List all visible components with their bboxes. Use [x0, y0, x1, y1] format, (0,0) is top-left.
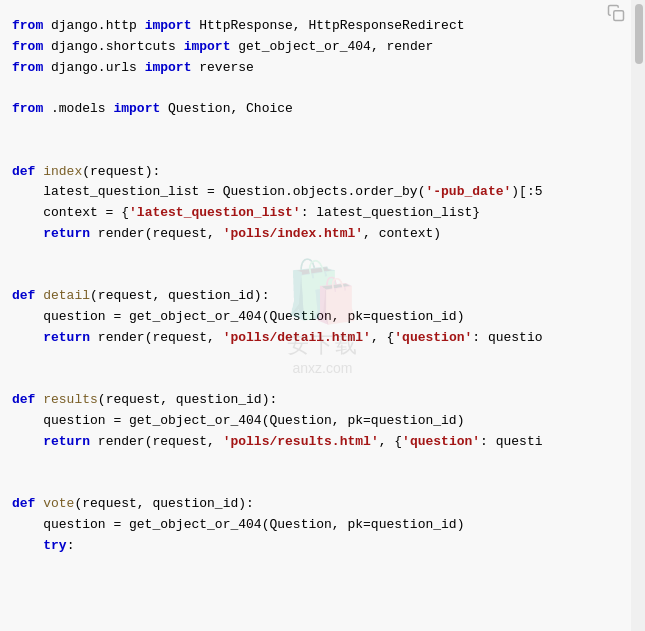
scrollbar[interactable] — [631, 0, 645, 631]
copy-svg-icon — [607, 4, 625, 22]
scrollbar-thumb[interactable] — [635, 4, 643, 64]
svg-rect-0 — [614, 11, 624, 21]
editor-container: from django.http import HttpResponse, Ht… — [0, 0, 645, 631]
code-area: from django.http import HttpResponse, Ht… — [0, 0, 645, 631]
code-block: from django.http import HttpResponse, Ht… — [0, 8, 629, 565]
copy-icon[interactable] — [607, 4, 627, 24]
